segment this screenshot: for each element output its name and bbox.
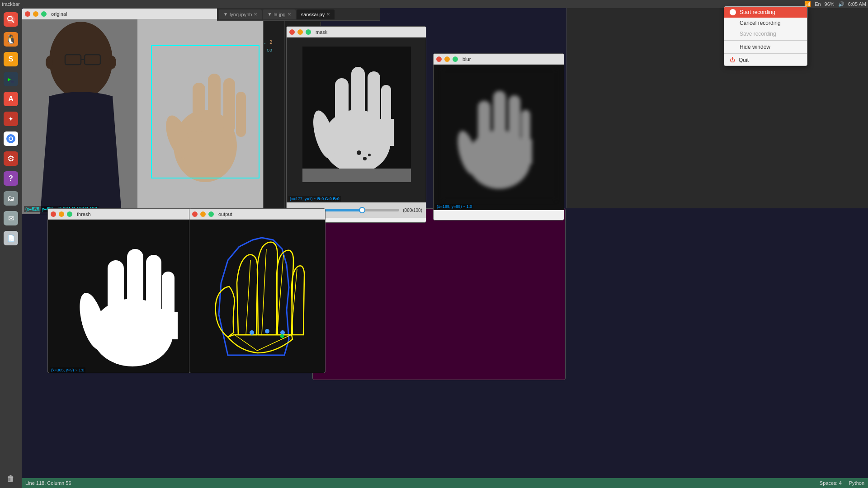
blur-close-btn[interactable] <box>436 56 442 62</box>
svg-point-58 <box>280 334 284 338</box>
svg-rect-27 <box>335 119 394 146</box>
mask-window: mask <box>286 26 426 223</box>
tab-close-sanskar[interactable]: ✕ <box>326 12 330 17</box>
original-max-btn[interactable] <box>41 11 47 17</box>
tab-close-lynq[interactable]: ✕ <box>254 12 257 17</box>
taskbar-label: trackbar <box>2 1 20 7</box>
output-titlebar: output <box>189 209 325 220</box>
tabs-bar: ▼ lynq.ipynb ✕ ▼ la.jpg ✕ sanskar.py ✕ <box>217 8 380 21</box>
sidebar-app-search[interactable] <box>1 10 20 29</box>
sidebar: 🐧 S ▶_ A ✦ ⚙ ? 🗂 ✉ 📄 🗑 <box>0 8 22 488</box>
trackbar-value: (060/100) <box>403 208 422 213</box>
sidebar-app-chrome[interactable] <box>1 129 20 148</box>
tab-lynq[interactable]: ▼ lynq.ipynb ✕ <box>219 9 262 19</box>
clock: 6:05 AM <box>848 1 866 7</box>
menu-divider-2 <box>724 53 807 54</box>
output-close-btn[interactable] <box>192 211 198 217</box>
svg-rect-39 <box>478 139 532 164</box>
statusbar-right: Spaces: 4 Python <box>820 480 864 486</box>
desktop: ▼ lynq.ipynb ✕ ▼ la.jpg ✕ sanskar.py ✕ 1… <box>22 8 868 488</box>
mask-coord1: (x=177, y=1) ~ R:0 G:0 B:0 <box>288 196 341 202</box>
output-max-btn[interactable] <box>208 211 214 217</box>
menu-hide-window[interactable]: Hide window <box>724 42 807 52</box>
menu-quit[interactable]: ⏻ Quit <box>724 55 807 66</box>
original-content: (x=626, y=69) ~ R:134 G:139 B:133 <box>22 19 264 214</box>
tab-la[interactable]: ▼ la.jpg ✕ <box>263 9 295 19</box>
slider-thumb[interactable] <box>359 207 365 213</box>
mask-titlebar: mask <box>287 27 426 38</box>
menu-save-recording[interactable]: Save recording <box>724 28 807 39</box>
mask-title: mask <box>316 29 327 35</box>
record-icon <box>730 9 736 15</box>
svg-rect-19 <box>236 92 246 137</box>
sidebar-app-sublime[interactable]: S <box>1 50 20 69</box>
menu-divider-1 <box>724 40 807 41</box>
sidebar-app-red[interactable]: ✦ <box>1 109 20 128</box>
original-close-btn[interactable] <box>25 11 30 17</box>
tab-sanskar[interactable]: sanskar.py ✕ <box>297 9 335 19</box>
statusbar: Line 118, Column 56 Spaces: 4 Python <box>22 478 868 488</box>
output-title: output <box>218 211 232 217</box>
thresh-pixel-info: (x=305, y=9) ~ 1:0 <box>50 367 85 373</box>
taskbar-right: 📶 En 96% 🔊 6:05 AM <box>804 1 866 7</box>
tab-close-la[interactable]: ✕ <box>288 12 291 17</box>
svg-point-30 <box>368 154 371 156</box>
blur-window: blur (x=189, y=88) ~ 1:0 nor <box>433 53 564 221</box>
sidebar-app-files[interactable]: 🗂 <box>1 189 20 208</box>
volume-icon[interactable]: 🔊 <box>838 1 844 7</box>
status-line-col: Line 118, Column 56 <box>25 480 71 486</box>
status-spaces: Spaces: 4 <box>820 480 842 486</box>
sidebar-app-text[interactable]: A <box>1 89 20 108</box>
sidebar-app-help[interactable]: ? <box>1 169 20 188</box>
mask-close-btn[interactable] <box>289 29 295 35</box>
mask-min-btn[interactable] <box>297 29 303 35</box>
svg-point-5 <box>9 137 12 140</box>
svg-point-56 <box>265 329 269 333</box>
svg-point-55 <box>250 330 254 335</box>
sidebar-app-trash[interactable]: 🗑 <box>1 469 20 488</box>
blur-content: (x=189, y=88) ~ 1:0 <box>434 65 564 210</box>
sidebar-app-mail[interactable]: ✉ <box>1 209 20 228</box>
svg-rect-47 <box>108 312 178 339</box>
output-content <box>189 220 326 373</box>
blur-max-btn[interactable] <box>453 56 458 62</box>
mask-content: (x=177, y=1) ~ R:0 G:0 B:0 <box>287 38 426 202</box>
svg-point-57 <box>280 330 285 335</box>
svg-rect-16 <box>193 83 205 132</box>
svg-rect-31 <box>302 169 411 182</box>
svg-rect-17 <box>208 74 221 132</box>
blur-extra-panel: nor <box>564 54 564 67</box>
original-title: original <box>51 11 67 17</box>
blur-pixel-info: (x=189, y=88) ~ 1:0 <box>435 204 473 209</box>
context-menu: Start recording Cancel recording Save re… <box>724 6 807 66</box>
sidebar-app-ubuntu[interactable]: 🐧 <box>1 30 20 49</box>
thresh-close-btn[interactable] <box>51 211 56 217</box>
original-window: original <box>22 8 264 214</box>
blur-title: blur <box>462 56 471 62</box>
svg-point-29 <box>363 157 367 160</box>
output-window: output <box>189 208 326 373</box>
thresh-max-btn[interactable] <box>67 211 72 217</box>
lang-indicator[interactable]: En <box>815 1 821 7</box>
statusbar-left: Line 118, Column 56 <box>25 480 71 486</box>
svg-point-12 <box>109 56 116 69</box>
svg-rect-18 <box>223 78 235 132</box>
tab-filter-icon2: ▼ <box>267 12 272 17</box>
status-lang: Python <box>849 480 864 486</box>
original-min-btn[interactable] <box>33 11 38 17</box>
svg-point-11 <box>46 56 53 69</box>
mask-max-btn[interactable] <box>306 29 311 35</box>
svg-point-28 <box>357 150 361 155</box>
output-min-btn[interactable] <box>200 211 206 217</box>
sidebar-app-settings[interactable]: ⚙ <box>1 149 20 168</box>
terminal-window: 5 5 5 5 5 5 5 5 5 5 5 5 5 5 5 5 5 5 5 5 <box>312 208 566 380</box>
sidebar-app-notes[interactable]: 📄 <box>1 229 20 248</box>
menu-start-recording[interactable]: Start recording <box>724 7 807 18</box>
battery-status: 96% <box>825 1 835 7</box>
thresh-title: thresh <box>77 211 91 217</box>
tab-filter-icon: ▼ <box>223 12 228 17</box>
blur-min-btn[interactable] <box>444 56 450 62</box>
thresh-min-btn[interactable] <box>59 211 64 217</box>
menu-cancel-recording[interactable]: Cancel recording <box>724 18 807 28</box>
sidebar-app-terminal[interactable]: ▶_ <box>1 70 20 89</box>
